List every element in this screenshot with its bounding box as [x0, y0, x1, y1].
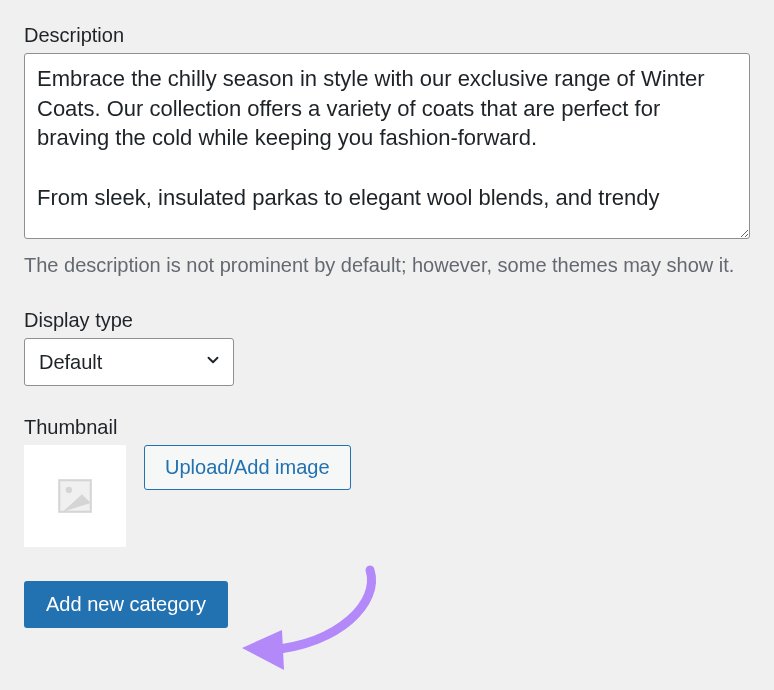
description-section: Description The description is not promi… — [24, 24, 750, 279]
add-new-category-button[interactable]: Add new category — [24, 581, 228, 628]
display-type-label: Display type — [24, 309, 750, 332]
image-placeholder-icon — [54, 475, 96, 517]
upload-image-button[interactable]: Upload/Add image — [144, 445, 351, 490]
display-type-select[interactable]: Default — [24, 338, 234, 386]
description-label: Description — [24, 24, 750, 47]
svg-marker-2 — [242, 630, 284, 670]
display-type-section: Display type Default — [24, 309, 750, 386]
thumbnail-section: Thumbnail Upload/Add image — [24, 416, 750, 547]
thumbnail-placeholder — [24, 445, 126, 547]
thumbnail-label: Thumbnail — [24, 416, 750, 439]
display-type-select-wrapper: Default — [24, 338, 234, 386]
svg-point-1 — [66, 487, 72, 493]
annotation-arrow-icon — [230, 552, 400, 682]
description-helper-text: The description is not prominent by defa… — [24, 251, 750, 279]
description-textarea[interactable] — [24, 53, 750, 239]
